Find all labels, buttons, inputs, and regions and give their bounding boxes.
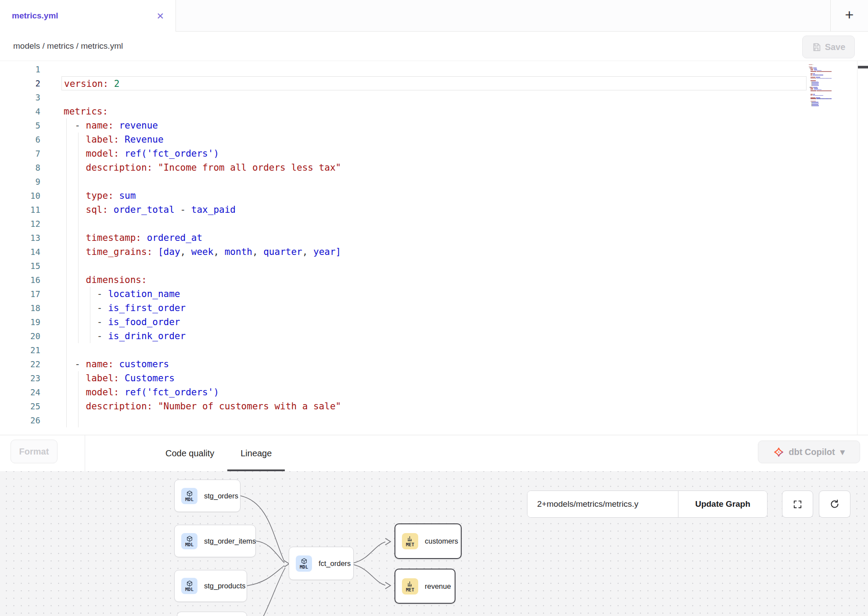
code-line-content[interactable] [61,62,807,76]
lineage-canvas[interactable]: Update Graph MDLstg_ordersMDLstg_order_i… [0,471,868,616]
code-line[interactable]: 22 - name: customers [0,357,807,371]
code-line[interactable]: 9 [0,175,807,189]
code-line[interactable]: 14 time_grains: [day, week, month, quart… [0,245,807,259]
badge-label: MDL [185,587,194,592]
editor-scrollbar-thumb[interactable] [858,66,868,68]
code-line[interactable]: 26 [0,413,807,427]
code-line[interactable]: 23 label: Customers [0,371,807,385]
code-editor[interactable]: 12version: 234metrics:5 - name: revenue6… [0,61,868,435]
indent-guide [66,189,67,203]
code-line-content[interactable] [61,217,807,231]
code-line-content[interactable]: description: "Income from all orders les… [61,161,807,175]
code-line-content[interactable]: version: 2 [61,76,807,90]
editor-scrollbar-track[interactable] [857,61,868,435]
indent-guide [78,301,79,315]
code-line[interactable]: 7 model: ref('fct_orders') [0,147,807,161]
code-line-content[interactable]: dimensions: [61,273,807,287]
code-line[interactable]: 1 [0,62,807,76]
lineage-node-stg_order_items[interactable]: MDLstg_order_items [174,525,256,557]
code-line-content[interactable] [61,343,807,357]
code-line-content[interactable] [61,175,807,189]
file-header-row: models / metrics / metrics.yml Save [0,32,868,61]
code-line[interactable]: 5 - name: revenue [0,118,807,133]
code-line-content[interactable]: time_grains: [day, week, month, quarter,… [61,245,807,259]
indent-guide [66,371,67,385]
code-line[interactable]: 4metrics: [0,104,807,118]
update-graph-button[interactable]: Update Graph [678,491,767,517]
close-tab-icon[interactable]: ✕ [154,11,166,21]
code-line[interactable]: 21 [0,343,807,357]
line-number: 6 [0,133,40,147]
code-line-content[interactable]: timestamp: ordered_at [61,231,807,245]
dbt-copilot-button[interactable]: dbt Copilot ▾ [758,441,860,463]
code-line-content[interactable] [61,90,807,104]
code-line-content[interactable]: - is_drink_order [61,329,807,343]
panel-tab-lineage[interactable]: Lineage [227,435,285,471]
code-line-content[interactable]: label: Revenue [61,133,807,147]
code-line-content[interactable]: label: Customers [61,371,807,385]
code-line[interactable]: 6 label: Revenue [0,133,807,147]
code-line[interactable]: 13 timestamp: ordered_at [0,231,807,245]
code-line-content[interactable]: description: "Number of customers with a… [61,399,807,413]
code-line-content[interactable]: model: ref('fct_orders') [61,147,807,161]
code-token: - [97,317,108,327]
code-line-content[interactable]: - name: customers [61,357,807,371]
code-line-content[interactable] [61,413,807,427]
code-line[interactable]: 10 type: sum [0,189,807,203]
lineage-node-stg_partial[interactable]: MDL [177,612,247,616]
code-line-content[interactable]: - location_name [61,287,807,301]
code-token [119,373,125,383]
code-token [64,373,86,383]
code-line[interactable]: 8 description: "Income from all orders l… [0,161,807,175]
code-line-content[interactable] [61,259,807,273]
fullscreen-icon [793,499,803,509]
refresh-button[interactable] [819,491,850,518]
chevron-down-icon: ▾ [840,447,845,457]
dbt-copilot-icon [773,447,784,458]
code-line[interactable]: 15 [0,259,807,273]
minimap[interactable] [809,63,855,107]
code-line-content[interactable]: model: ref('fct_orders') [61,385,807,399]
code-line-content[interactable]: - is_food_order [61,315,807,329]
lineage-node-fct_orders[interactable]: MDLfct_orders [289,547,354,580]
tab-metrics-yml[interactable]: metrics.yml ✕ [0,0,176,32]
code-line-content[interactable]: type: sum [61,189,807,203]
code-line[interactable]: 12 [0,217,807,231]
code-line-content[interactable]: - name: revenue [61,118,807,133]
code-line[interactable]: 2version: 2 [0,76,807,90]
badge-label: MET [406,542,414,547]
code-line[interactable]: 17 - location_name [0,287,807,301]
code-line-content[interactable]: sql: order_total - tax_paid [61,203,807,217]
indent-guide [78,259,79,273]
line-number: 11 [0,203,40,217]
indent-guide [78,385,79,399]
code-line-content[interactable]: metrics: [61,104,807,118]
lineage-selector-input[interactable] [527,491,678,517]
line-number: 26 [0,413,40,427]
code-line[interactable]: 11 sql: order_total - tax_paid [0,203,807,217]
code-line[interactable]: 25 description: "Number of customers wit… [0,399,807,413]
code-line[interactable]: 20 - is_drink_order [0,329,807,343]
fullscreen-button[interactable] [782,491,813,518]
format-button[interactable]: Format [11,440,57,463]
code-line[interactable]: 19 - is_food_order [0,315,807,329]
indent-guide [66,301,67,315]
code-line[interactable]: 24 model: ref('fct_orders') [0,385,807,399]
code-line-content[interactable]: - is_first_order [61,301,807,315]
new-tab-button[interactable]: + [830,0,868,32]
indent-guide [66,385,67,399]
lineage-node-stg_products[interactable]: MDLstg_products [174,570,247,602]
code-line[interactable]: 16 dimensions: [0,273,807,287]
code-line[interactable]: 3 [0,90,807,104]
lineage-node-customers[interactable]: METcustomers [395,523,462,559]
code-token [152,162,158,173]
save-button[interactable]: Save [802,36,855,58]
panel-tab-code-quality[interactable]: Code quality [152,435,227,471]
code-token: description: [86,401,153,412]
code-token [114,120,119,131]
code-line[interactable]: 18 - is_first_order [0,301,807,315]
indent-guide [66,315,67,329]
lineage-node-revenue[interactable]: METrevenue [395,569,456,604]
lineage-node-stg_orders[interactable]: MDLstg_orders [174,480,240,512]
code-token [64,247,86,257]
